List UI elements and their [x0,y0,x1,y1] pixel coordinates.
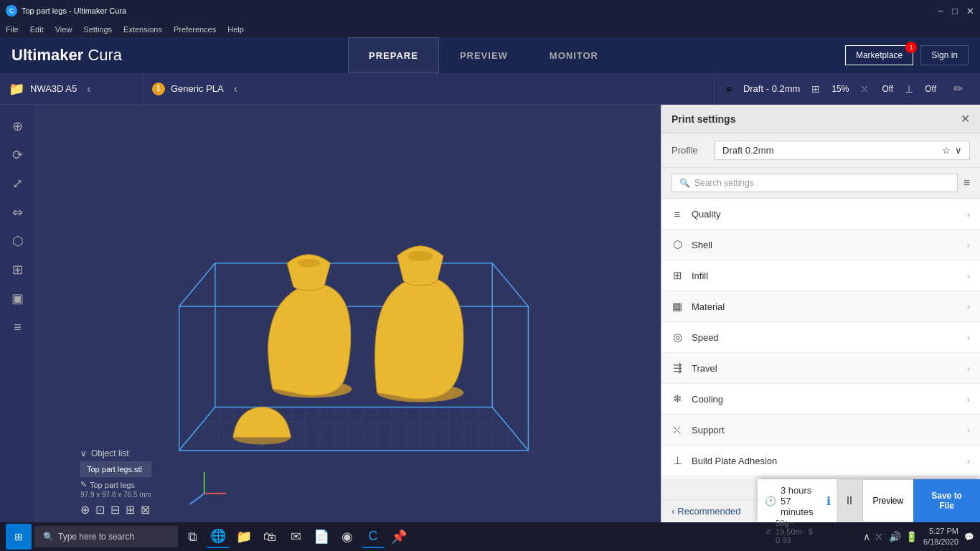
taskbar-edge-icon[interactable]: 🌐 [207,525,230,548]
taskbar-sound-icon[interactable]: 🔊 [889,531,901,542]
object-list-toggle[interactable]: ∨ Object list [80,448,151,458]
main-area: ⊕ ⟳ ⤢ ⇔ ⬡ ⊞ ▣ ≡ [0,105,980,522]
edit-settings-button[interactable]: ✏ [948,82,969,95]
transform-move[interactable]: ⊕ [80,503,90,517]
filament-icon: ⫻ [765,527,773,536]
transform-rotate[interactable]: ⊡ [95,503,105,517]
transform-extra[interactable]: ⊠ [141,503,150,517]
material-section[interactable]: 1 Generic PLA ‹ [143,73,715,104]
taskbar-notepad-icon[interactable]: 📄 [310,525,333,548]
quality-chevron: › [967,209,970,220]
setting-label-cooling: Cooling [692,394,967,405]
setting-row-cooling[interactable]: ❄ Cooling › [661,384,980,415]
tool-scale[interactable]: ⤢ [5,171,31,197]
material-name: Generic PLA [171,83,224,94]
tool-mirror[interactable]: ⇔ [5,199,31,225]
tool-support[interactable]: ⬡ [5,228,31,254]
setting-row-speed[interactable]: ◎ Speed › [661,322,980,353]
tab-preview[interactable]: PREVIEW [439,37,529,73]
tool-extra2[interactable]: ≡ [5,314,31,340]
notification-icon[interactable]: 💬 [964,532,974,542]
setting-row-quality[interactable]: ≡ Quality › [661,199,980,230]
ps-menu-icon[interactable]: ≡ [963,176,970,189]
transform-scale[interactable]: ⊟ [110,503,120,517]
setting-row-infill[interactable]: ⊞ Infill › [661,260,980,291]
save-to-file-button[interactable]: Save to File [913,479,980,522]
setting-row-shell[interactable]: ⬡ Shell › [661,230,980,260]
viewport[interactable]: ∨ Object list Top part legs.stl ✎ Top pa… [36,105,661,522]
signin-button[interactable]: Sign in [920,45,969,65]
menu-file[interactable]: File [6,25,19,34]
tab-monitor[interactable]: MONITOR [529,37,619,73]
taskbar-explorer-icon[interactable]: 📁 [232,525,255,548]
profile-dropdown-icon[interactable]: ∨ [955,145,962,156]
marketplace-button[interactable]: Marketplace 1 [845,45,913,65]
printer-chevron[interactable]: ‹ [83,83,95,95]
logo-light: Cura [83,46,122,64]
profile-star-icon[interactable]: ☆ [942,145,951,156]
taskbar-clock[interactable]: 5:27 PM 6/18/2020 [923,526,958,548]
toolbar: 📁 NWA3D A5 ‹ 1 Generic PLA ‹ ≡ Draft - 0… [0,73,980,105]
material-chevron[interactable]: ‹ [230,83,242,95]
setting-label-shell: Shell [692,240,967,250]
ps-close-button[interactable]: ✕ [961,112,970,126]
setting-label-support: Support [692,425,967,435]
menu-settings[interactable]: Settings [83,25,112,34]
taskbar-taskview[interactable]: ⧉ [181,525,204,548]
printer-name: NWA3D A5 [30,83,77,94]
tool-move[interactable]: ⊕ [5,113,31,139]
infill-icon: ⊞ [811,83,820,95]
minimize-button[interactable]: − [938,6,944,17]
setting-row-travel[interactable]: ⇶ Travel › [661,353,980,384]
infill-chevron: › [967,270,970,281]
taskbar: ⊞ 🔍 Type here to search ⧉ 🌐 📁 🛍 ✉ 📄 ◉ C … [0,522,980,551]
support-chevron: › [967,425,970,435]
ps-profile-value: Draft 0.2mm [722,145,774,156]
setting-label-infill: Infill [692,270,967,281]
printer-section[interactable]: 📁 NWA3D A5 ‹ [0,73,143,104]
header: Ultimaker Cura PREPARE PREVIEW MONITOR M… [0,37,980,73]
adhesion-value: Off [925,84,936,94]
tab-prepare[interactable]: PREPARE [348,37,439,73]
object-file[interactable]: Top part legs.stl [80,461,151,477]
recommended-button[interactable]: ‹ Recommended [672,506,741,517]
taskbar-cura-icon[interactable]: C [362,525,385,548]
menu-preferences[interactable]: Preferences [174,25,216,34]
maximize-button[interactable]: □ [952,6,958,17]
taskbar-chrome-icon[interactable]: ◉ [336,525,359,548]
ps-search-container[interactable]: 🔍 Search settings [672,174,958,192]
taskbar-sticky-icon[interactable]: 📌 [387,525,410,548]
tool-settings[interactable]: ⊞ [5,257,31,283]
tool-extra1[interactable]: ▣ [5,286,31,311]
pause-button[interactable]: ⏸ [837,479,862,522]
ps-profile-select[interactable]: Draft 0.2mm ☆ ∨ [715,141,970,160]
ps-search-row: 🔍 Search settings ≡ [661,168,980,199]
menu-view[interactable]: View [55,25,72,34]
setting-row-material[interactable]: ▦ Material › [661,291,980,322]
menu-extensions[interactable]: Extensions [123,25,162,34]
setting-row-adhesion[interactable]: ⊥ Build Plate Adhesion › [661,446,980,476]
taskbar-up-arrow[interactable]: ∧ [863,531,870,542]
menu-help[interactable]: Help [227,25,244,34]
menubar: File Edit View Settings Extensions Prefe… [0,22,980,37]
taskbar-mail-icon[interactable]: ✉ [284,525,307,548]
start-button[interactable]: ⊞ [6,524,32,550]
material-icon-ps: ▦ [669,298,686,315]
transform-mirror[interactable]: ⊞ [126,503,135,517]
svg-marker-0 [179,407,529,450]
setting-row-support[interactable]: ⛌ Support › [661,415,980,446]
taskbar-search[interactable]: 🔍 Type here to search [34,526,178,547]
ps-profile-label: Profile [672,145,707,156]
setting-label-speed: Speed [692,332,967,343]
estimate-weight-value: 58g · 19.50m · $ 0.93 [776,519,814,545]
tool-rotate[interactable]: ⟳ [5,142,31,168]
taskbar-network-icon[interactable]: ⛌ [875,531,885,542]
taskbar-store-icon[interactable]: 🛍 [258,525,281,548]
menu-edit[interactable]: Edit [30,25,44,34]
preview-button[interactable]: Preview [862,479,914,522]
close-button[interactable]: ✕ [966,6,974,17]
travel-icon: ⇶ [669,359,686,377]
ps-title: Print settings [672,113,735,125]
taskbar-battery-icon[interactable]: 🔋 [905,531,918,542]
estimate-info-button[interactable]: ℹ [821,479,837,522]
